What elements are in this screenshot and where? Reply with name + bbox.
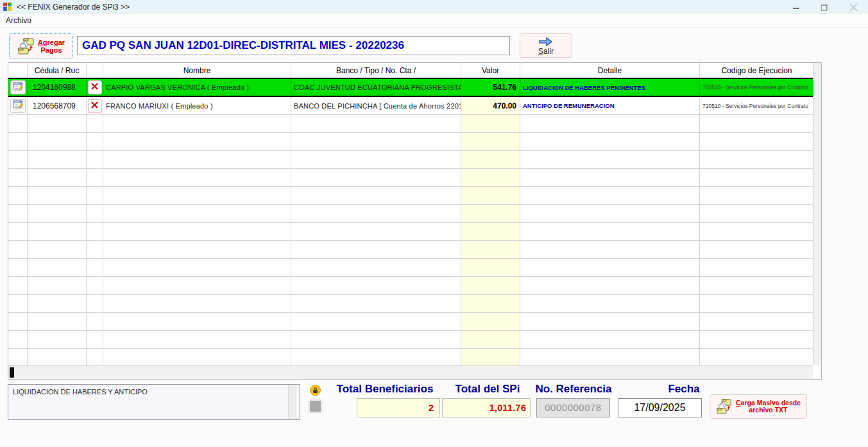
gray-square-button[interactable]: [308, 399, 323, 414]
edit-record-cell[interactable]: [8, 97, 28, 114]
description-textarea[interactable]: LIQUIDACION DE HABERES Y ANTICIPO: [8, 384, 300, 420]
codigo-cell: [700, 295, 813, 312]
table-row-empty[interactable]: [8, 349, 813, 365]
valor-cell: [461, 187, 520, 204]
total-beneficiarios-field[interactable]: 2: [357, 398, 440, 417]
table-row-empty[interactable]: [8, 169, 813, 187]
delete-row-button[interactable]: [88, 80, 102, 94]
nombre-cell: [103, 223, 291, 240]
title-bar: << FENIX Generador de SPi3 >>: [0, 0, 868, 14]
table-row-empty[interactable]: [8, 187, 813, 205]
cedula-cell: [28, 205, 87, 222]
codigo-cell: [700, 349, 813, 365]
no-referencia-field[interactable]: 0000000078: [536, 398, 610, 417]
nombre-cell: [103, 349, 291, 365]
total-spi-field[interactable]: 1,011.76: [442, 398, 531, 417]
payment-title-input[interactable]: GAD PQ SAN JUAN 12D01-DIREC-DISTRITAL MI…: [77, 36, 510, 55]
carga-masiva-button[interactable]: Carga Masiva desde archivo TXT: [710, 394, 807, 419]
agregar-pagos-button[interactable]: Agregar Pagos: [9, 33, 73, 58]
cedula-cell: [28, 349, 87, 365]
detalle-cell: [520, 187, 700, 204]
detalle-cell: [520, 295, 700, 312]
edit-record-cell: [8, 313, 28, 330]
lock-icon[interactable]: [310, 385, 321, 396]
banco-cell: [291, 133, 461, 150]
edit-record-cell[interactable]: [8, 79, 28, 96]
edit-record-button[interactable]: [10, 80, 26, 94]
delete-row-cell[interactable]: [87, 79, 103, 96]
valor-cell: [461, 259, 520, 276]
table-row-empty[interactable]: [8, 223, 813, 241]
salir-button[interactable]: Salir: [520, 33, 572, 58]
codigo-cell: 710510 - Servicios Personales por Contra…: [700, 97, 813, 114]
table-row-empty[interactable]: [8, 133, 813, 151]
table-row-empty[interactable]: [8, 277, 813, 295]
edit-record-cell: [8, 169, 28, 186]
description-scrollbar[interactable]: [288, 385, 296, 419]
table-row[interactable]: 1204160988CARPIO VARGAS VERONICA ( Emple…: [8, 78, 813, 97]
edit-record-cell: [8, 151, 28, 168]
cedula-cell: [28, 331, 87, 348]
nombre-cell: [103, 151, 291, 168]
delete-row-cell: [87, 151, 103, 168]
codigo-cell: [700, 115, 813, 132]
delete-row-cell: [87, 277, 103, 294]
table-row-empty[interactable]: [8, 331, 813, 349]
cedula-cell: [28, 187, 87, 204]
menu-archivo[interactable]: Archivo: [0, 15, 37, 26]
table-row-empty[interactable]: [8, 259, 813, 277]
close-icon: [849, 3, 858, 12]
table-row[interactable]: 1206568709FRANCO MARIUXI ( Empleado )BAN…: [8, 97, 813, 115]
nombre-cell: [103, 187, 291, 204]
header-delete-spacer: [87, 63, 103, 78]
horizontal-scrollbar-thumb[interactable]: [10, 367, 14, 378]
edit-record-cell: [8, 259, 28, 276]
table-row-empty[interactable]: [8, 115, 813, 133]
header-valor: Valor: [461, 63, 520, 78]
total-beneficiarios-label: Total Beneficiarios: [328, 383, 441, 397]
edit-record-cell: [8, 187, 28, 204]
banco-cell: [291, 115, 461, 132]
header-spacer: [8, 63, 28, 78]
detalle-cell: LIQUIDACION DE HABERES PENDIENTES: [520, 79, 700, 96]
valor-cell: [461, 205, 520, 222]
edit-record-cell: [8, 133, 28, 150]
valor-cell: [461, 295, 520, 312]
delete-x-icon: [90, 82, 99, 93]
restore-button[interactable]: [810, 0, 839, 14]
cedula-cell: 1206568709: [28, 97, 87, 114]
nombre-cell: [103, 259, 291, 276]
table-row-empty[interactable]: [8, 151, 813, 169]
cedula-cell: [28, 133, 87, 150]
vertical-scrollbar[interactable]: [813, 63, 821, 365]
horizontal-scrollbar[interactable]: [8, 365, 813, 379]
nombre-cell: [103, 313, 291, 330]
delete-row-cell: [87, 115, 103, 132]
table-row-empty[interactable]: [8, 205, 813, 223]
delete-row-cell[interactable]: [87, 97, 103, 114]
edit-record-cell: [8, 331, 28, 348]
valor-cell: [461, 169, 520, 186]
table-body: 1204160988CARPIO VARGAS VERONICA ( Emple…: [8, 78, 813, 365]
fecha-field[interactable]: 17/09/2025: [618, 398, 702, 417]
close-button[interactable]: [839, 0, 868, 14]
detalle-cell: [520, 115, 700, 132]
edit-record-button[interactable]: [10, 99, 26, 113]
delete-row-cell: [87, 223, 103, 240]
codigo-cell: [700, 241, 813, 258]
detalle-cell: [520, 241, 700, 258]
codigo-cell: [700, 133, 813, 150]
table-row-empty[interactable]: [8, 241, 813, 259]
table-row-empty[interactable]: [8, 313, 813, 331]
delete-row-cell: [87, 133, 103, 150]
banco-cell: [291, 241, 461, 258]
payments-table: Cédula / Ruc Nombre Banco / Tipo / No. C…: [8, 62, 822, 380]
detalle-cell: ANTICIPO DE REMUNERACION: [520, 97, 700, 114]
menu-bar: Archivo: [0, 14, 868, 28]
minimize-button[interactable]: [781, 0, 810, 14]
table-row-empty[interactable]: [8, 295, 813, 313]
delete-row-button[interactable]: [88, 99, 102, 113]
detalle-cell: [520, 277, 700, 294]
valor-cell: [461, 241, 520, 258]
codigo-cell: 710510 - Servicios Personales por Contra…: [700, 79, 813, 96]
